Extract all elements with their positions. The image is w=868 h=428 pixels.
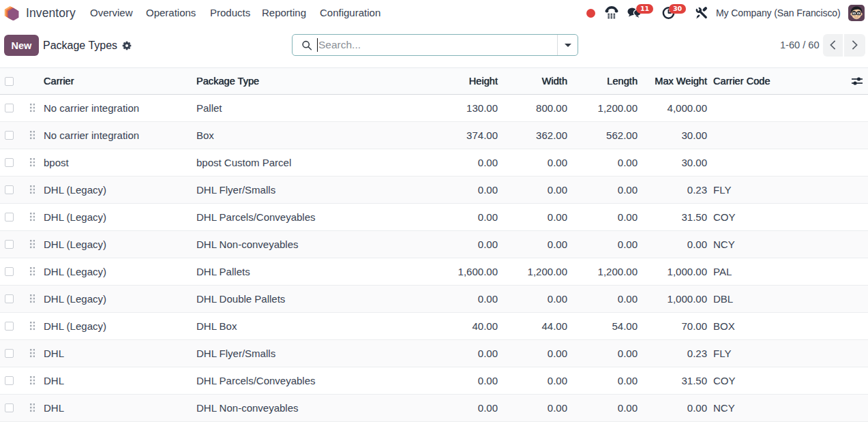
cell-width[interactable]: 0.00 (500, 177, 570, 204)
column-header-width[interactable]: Width (500, 68, 570, 95)
cell-max-weight[interactable]: 1,000.00 (640, 258, 710, 286)
cell-carrier-code[interactable]: COY (710, 367, 845, 395)
cell-width[interactable]: 0.00 (500, 149, 570, 177)
cell-height[interactable]: 0.00 (398, 367, 500, 395)
cell-carrier[interactable]: DHL (Legacy) (41, 258, 194, 286)
drag-handle-icon[interactable] (30, 240, 35, 248)
menu-operations[interactable]: Operations (146, 0, 196, 26)
cell-width[interactable]: 800.00 (500, 95, 570, 122)
cell-carrier-code[interactable]: NCY (710, 395, 845, 422)
drag-handle-icon[interactable] (30, 267, 35, 275)
column-header-max-weight[interactable]: Max Weight (640, 68, 710, 95)
cell-carrier-code[interactable]: DBL (710, 286, 845, 313)
cell-carrier-code[interactable]: FLY (710, 340, 845, 367)
cell-length[interactable]: 0.00 (570, 177, 640, 204)
tools-icon[interactable] (695, 6, 708, 20)
cell-max-weight[interactable]: 31.50 (640, 367, 710, 395)
cell-height[interactable]: 0.00 (398, 149, 500, 177)
drag-handle-icon[interactable] (30, 403, 35, 412)
cell-carrier[interactable]: No carrier integration (41, 122, 194, 149)
table-row[interactable]: DHL DHL Non-conveyables 0.00 0.00 0.00 0… (0, 395, 868, 422)
cell-max-weight[interactable]: 0.00 (640, 231, 710, 258)
inventory-app-icon[interactable] (4, 5, 20, 21)
cell-width[interactable]: 0.00 (500, 286, 570, 313)
cell-max-weight[interactable]: 1,000.00 (640, 286, 710, 313)
cell-package-type[interactable]: DHL Double Pallets (194, 286, 398, 313)
cell-width[interactable]: 0.00 (500, 340, 570, 367)
app-name[interactable]: Inventory (26, 0, 76, 26)
cell-package-type[interactable]: Box (194, 122, 398, 149)
column-header-height[interactable]: Height (398, 68, 500, 95)
recording-indicator-icon[interactable] (586, 9, 595, 18)
cell-carrier-code[interactable] (710, 95, 845, 122)
gear-icon[interactable] (122, 41, 132, 50)
table-row[interactable]: DHL (Legacy) DHL Flyer/Smalls 0.00 0.00 … (0, 177, 868, 204)
row-checkbox[interactable] (5, 240, 14, 249)
cell-length[interactable]: 1,200.00 (570, 258, 640, 286)
table-row[interactable]: DHL (Legacy) DHL Double Pallets 0.00 0.0… (0, 286, 868, 313)
search-input[interactable] (318, 35, 557, 55)
cell-length[interactable]: 1,200.00 (570, 95, 640, 122)
pager-next-button[interactable] (844, 34, 865, 57)
cell-carrier[interactable]: DHL (41, 395, 194, 422)
cell-height[interactable]: 0.00 (398, 204, 500, 231)
cell-length[interactable]: 0.00 (570, 367, 640, 395)
cell-max-weight[interactable]: 30.00 (640, 149, 710, 177)
menu-reporting[interactable]: Reporting (262, 0, 306, 26)
table-row[interactable]: DHL (Legacy) DHL Parcels/Conveyables 0.0… (0, 204, 868, 231)
cell-carrier-code[interactable] (710, 149, 845, 177)
cell-max-weight[interactable]: 0.00 (640, 395, 710, 422)
cell-length[interactable]: 54.00 (570, 313, 640, 340)
cell-carrier[interactable]: DHL (Legacy) (41, 286, 194, 313)
row-checkbox[interactable] (5, 403, 14, 412)
row-checkbox[interactable] (5, 158, 14, 167)
column-header-carrier[interactable]: Carrier (41, 68, 194, 95)
drag-handle-icon[interactable] (30, 185, 35, 194)
drag-handle-icon[interactable] (30, 322, 35, 330)
phone-icon[interactable] (605, 6, 618, 20)
cell-max-weight[interactable]: 0.23 (640, 340, 710, 367)
drag-handle-icon[interactable] (30, 349, 35, 357)
cell-package-type[interactable]: bpost Custom Parcel (194, 149, 398, 177)
cell-length[interactable]: 0.00 (570, 395, 640, 422)
cell-package-type[interactable]: DHL Non-conveyables (194, 231, 398, 258)
cell-carrier[interactable]: No carrier integration (41, 95, 194, 122)
cell-carrier[interactable]: bpost (41, 149, 194, 177)
cell-height[interactable]: 0.00 (398, 177, 500, 204)
drag-handle-icon[interactable] (30, 131, 35, 139)
row-checkbox[interactable] (5, 294, 14, 303)
cell-height[interactable]: 374.00 (398, 122, 500, 149)
cell-length[interactable]: 0.00 (570, 340, 640, 367)
cell-carrier[interactable]: DHL (Legacy) (41, 313, 194, 340)
cell-package-type[interactable]: DHL Pallets (194, 258, 398, 286)
cell-width[interactable]: 1,200.00 (500, 258, 570, 286)
cell-carrier-code[interactable] (710, 122, 845, 149)
cell-length[interactable]: 0.00 (570, 286, 640, 313)
cell-height[interactable]: 0.00 (398, 286, 500, 313)
cell-carrier[interactable]: DHL (41, 367, 194, 395)
cell-width[interactable]: 0.00 (500, 395, 570, 422)
table-row[interactable]: bpost bpost Custom Parcel 0.00 0.00 0.00… (0, 149, 868, 177)
menu-overview[interactable]: Overview (90, 0, 133, 26)
cell-length[interactable]: 0.00 (570, 149, 640, 177)
cell-carrier-code[interactable]: PAL (710, 258, 845, 286)
table-row[interactable]: DHL DHL Parcels/Conveyables 0.00 0.00 0.… (0, 367, 868, 395)
cell-package-type[interactable]: DHL Parcels/Conveyables (194, 204, 398, 231)
cell-max-weight[interactable]: 0.23 (640, 177, 710, 204)
cell-package-type[interactable]: DHL Box (194, 313, 398, 340)
column-header-length[interactable]: Length (570, 68, 640, 95)
cell-height[interactable]: 0.00 (398, 395, 500, 422)
table-row[interactable]: DHL DHL Flyer/Smalls 0.00 0.00 0.00 0.23… (0, 340, 868, 367)
cell-width[interactable]: 0.00 (500, 204, 570, 231)
table-row[interactable]: No carrier integration Box 374.00 362.00… (0, 122, 868, 149)
row-checkbox[interactable] (5, 349, 14, 358)
drag-handle-icon[interactable] (30, 213, 35, 221)
table-row[interactable]: DHL (Legacy) DHL Pallets 1,600.00 1,200.… (0, 258, 868, 286)
cell-max-weight[interactable]: 4,000.00 (640, 95, 710, 122)
cell-carrier-code[interactable]: COY (710, 204, 845, 231)
table-row[interactable]: DHL (Legacy) DHL Non-conveyables 0.00 0.… (0, 231, 868, 258)
row-checkbox[interactable] (5, 185, 14, 194)
table-row[interactable]: DHL (Legacy) DHL Box 40.00 44.00 54.00 7… (0, 313, 868, 340)
menu-products[interactable]: Products (210, 0, 250, 26)
column-header-carrier-code[interactable]: Carrier Code (710, 68, 845, 95)
